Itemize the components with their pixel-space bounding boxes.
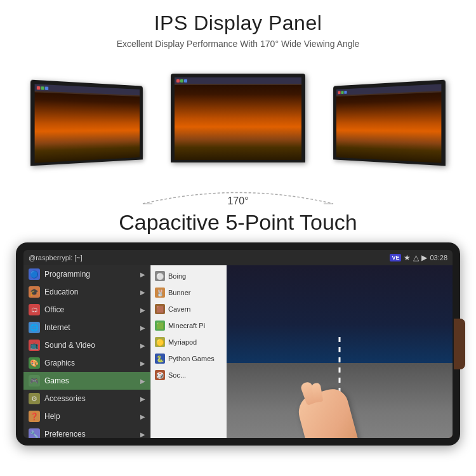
menu-item-sound-video[interactable]: 📺 Sound & Video ▶ — [23, 336, 150, 354]
internet-icon: 🌐 — [29, 322, 40, 333]
soc-icon: 🎲 — [155, 370, 165, 380]
screen-content: 🔵 Programming ▶ 🎓 Education ▶ 🗂 — [23, 265, 453, 438]
ve-icon: VE — [390, 254, 401, 261]
arrow-preferences: ▶ — [140, 431, 145, 438]
menu-item-help[interactable]: ❓ Help ▶ — [23, 407, 150, 425]
angle-label: 170° — [227, 195, 248, 207]
bottom-section: Capacitive 5-Point Touch @raspberrypi: [… — [0, 210, 476, 446]
wifi-icon: △ — [413, 253, 419, 262]
menu-item-games[interactable]: 🎮 Games ▶ — [23, 372, 150, 390]
arrow-education: ▶ — [140, 289, 145, 296]
myriapod-icon: 🟡 — [155, 337, 165, 347]
topbar-right: VE ★ △ ▶ 03:28 — [390, 253, 447, 262]
background-scene — [227, 265, 453, 438]
menu-item-preferences[interactable]: 🔧 Preferences ▶ — [23, 425, 150, 438]
monitor-screen-center — [175, 77, 301, 160]
monitor-screen-left — [35, 84, 140, 162]
menu-item-office[interactable]: 🗂 Office ▶ — [23, 301, 150, 319]
menu-item-education[interactable]: 🎓 Education ▶ — [23, 283, 150, 301]
accessories-icon: ⚙ — [29, 393, 40, 404]
monitor-left — [30, 80, 143, 166]
education-icon: 🎓 — [29, 286, 40, 298]
hand-shape — [294, 386, 362, 438]
monitor-frame-center — [171, 74, 305, 162]
minecraft-icon: 🟩 — [155, 321, 165, 331]
submenu-cavern[interactable]: 🟫 Cavern — [151, 301, 227, 317]
monitor-right — [333, 80, 446, 166]
submenu-myriapod[interactable]: 🟡 Myriapod — [151, 334, 227, 350]
arc-container: 170° — [0, 178, 476, 210]
programming-icon: 🔵 — [29, 268, 40, 280]
volume-icon: ▶ — [421, 253, 427, 262]
graphics-icon: 🎨 — [29, 357, 40, 369]
python-icon: 🐍 — [155, 354, 165, 364]
boing-icon: ⚪ — [155, 271, 165, 281]
device-screen: @raspberrypi: [~] VE ★ △ ▶ 03:28 — [23, 250, 453, 438]
submenu-boing[interactable]: ⚪ Boing — [151, 268, 227, 284]
office-icon: 🗂 — [29, 304, 40, 315]
hand-overlay — [303, 391, 360, 438]
submenu-bunner[interactable]: 🐰 Bunner — [151, 284, 227, 301]
submenu-python-games[interactable]: 🐍 Python Games — [151, 350, 227, 367]
submenu-panel: ⚪ Boing 🐰 Bunner 🟫 Cavern 🟩 — [150, 265, 227, 438]
menu-item-internet[interactable]: 🌐 Internet ▶ — [23, 319, 150, 336]
device-wrapper: @raspberrypi: [~] VE ★ △ ▶ 03:28 — [16, 242, 460, 446]
arrow-sound: ▶ — [140, 342, 145, 349]
monitor-center — [171, 74, 305, 162]
preferences-icon: 🔧 — [29, 428, 40, 438]
top-section: IPS Display Panel Excellent Display Perf… — [0, 0, 476, 210]
monitor-frame-right — [333, 80, 446, 166]
menu-item-programming[interactable]: 🔵 Programming ▶ — [23, 265, 150, 283]
arrow-office: ▶ — [140, 307, 145, 314]
games-icon: 🎮 — [29, 375, 40, 387]
sound-icon: 📺 — [29, 340, 40, 351]
screen-topbar: @raspberrypi: [~] VE ★ △ ▶ 03:28 — [23, 250, 453, 265]
cavern-icon: 🟫 — [155, 304, 165, 314]
bluetooth-icon: ★ — [404, 253, 411, 262]
menu-panel: 🔵 Programming ▶ 🎓 Education ▶ 🗂 — [23, 265, 150, 438]
topbar-left-text: @raspberrypi: [~] — [29, 254, 83, 261]
main-title: IPS Display Panel — [154, 11, 322, 35]
monitor-screen-right — [336, 84, 441, 162]
menu-item-accessories[interactable]: ⚙ Accessories ▶ — [23, 390, 150, 407]
bunner-icon: 🐰 — [155, 288, 165, 298]
clock: 03:28 — [430, 254, 447, 261]
help-icon: ❓ — [29, 411, 40, 422]
monitor-frame-left — [30, 80, 143, 166]
submenu-soc[interactable]: 🎲 Soc... — [151, 367, 227, 383]
arrow-internet: ▶ — [140, 324, 145, 331]
menu-item-graphics[interactable]: 🎨 Graphics ▶ — [23, 354, 150, 372]
subtitle: Excellent Display Performance With 170° … — [117, 39, 360, 49]
submenu-minecraft[interactable]: 🟩 Minecraft Pi — [151, 317, 227, 334]
arrow-help: ▶ — [140, 413, 145, 420]
arrow-graphics: ▶ — [140, 360, 145, 367]
arrow-games: ▶ — [140, 378, 145, 385]
page: IPS Display Panel Excellent Display Perf… — [0, 0, 476, 476]
touch-title: Capacitive 5-Point Touch — [119, 210, 357, 235]
monitor-group — [0, 58, 476, 175]
arrow-programming: ▶ — [140, 271, 145, 278]
arrow-accessories: ▶ — [140, 395, 145, 402]
